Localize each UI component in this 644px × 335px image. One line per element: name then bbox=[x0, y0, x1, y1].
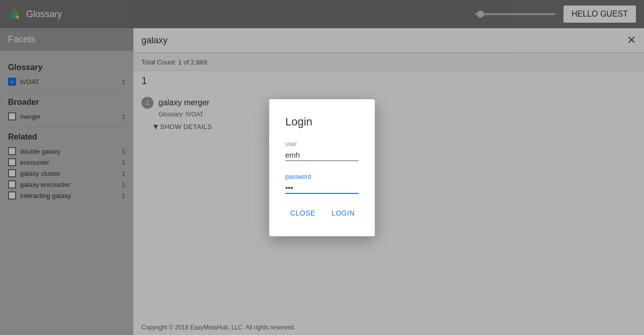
password-label: password bbox=[285, 173, 359, 180]
dialog-title: Login bbox=[285, 115, 359, 128]
login-button[interactable]: LOGIN bbox=[328, 206, 359, 220]
password-field-group: password bbox=[285, 173, 359, 194]
user-label: user bbox=[285, 141, 359, 148]
close-dialog-button[interactable]: CLOSE bbox=[286, 206, 319, 220]
modal-overlay: Login user password CLOSE LOGIN bbox=[0, 0, 644, 335]
login-dialog: Login user password CLOSE LOGIN bbox=[269, 99, 375, 236]
user-field-group: user bbox=[285, 141, 359, 161]
user-input[interactable] bbox=[285, 150, 359, 161]
password-input[interactable] bbox=[285, 182, 359, 194]
dialog-actions: CLOSE LOGIN bbox=[285, 206, 359, 220]
